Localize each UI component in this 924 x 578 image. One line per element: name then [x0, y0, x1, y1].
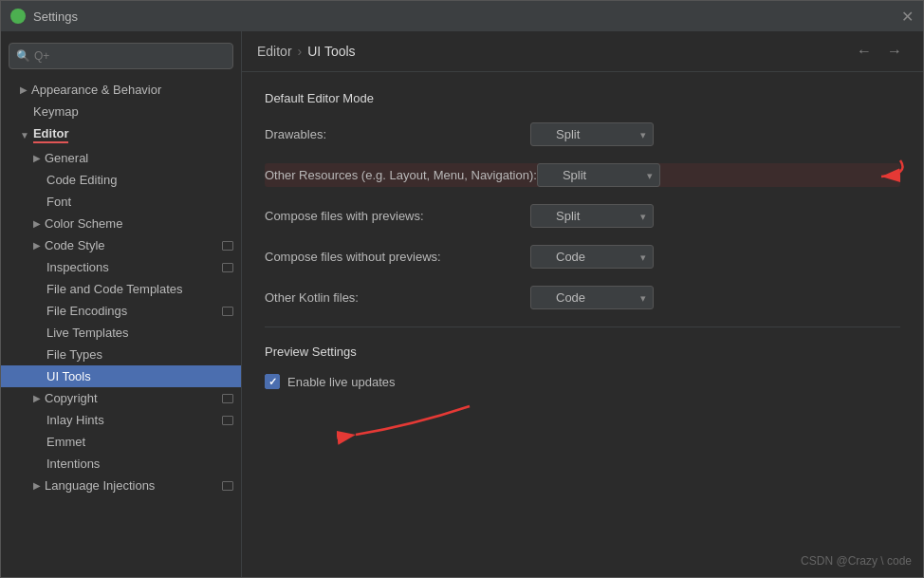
search-input[interactable] [34, 49, 226, 63]
main-panel: Editor › UI Tools ← → Default Editor Mod… [242, 31, 923, 577]
sidebar-item-live-templates[interactable]: Live Templates [1, 322, 241, 344]
select-other-resources[interactable]: Split Code Design [537, 163, 660, 187]
sidebar-item-label: Font [46, 195, 71, 209]
badge-icon [222, 241, 233, 251]
select-wrapper-other-resources: ⊞ Split Code Design [537, 163, 660, 187]
sidebar-item-label: File Types [46, 347, 102, 362]
badge-icon [222, 394, 233, 403]
breadcrumb-separator: › [298, 44, 303, 59]
main-content: 🔍 ▶ Appearance & Behavior Keymap ▼ Edito… [1, 31, 923, 577]
sidebar-item-ui-tools[interactable]: UI Tools [1, 365, 241, 387]
breadcrumb: Editor › UI Tools [257, 44, 356, 59]
chevron-right-icon: ▶ [33, 153, 41, 163]
checkbox-row-live-updates: Enable live updates [265, 374, 900, 389]
preview-section-title: Preview Settings [265, 345, 900, 359]
app-icon [10, 9, 26, 24]
checkbox-label-live-updates: Enable live updates [287, 375, 395, 389]
sidebar-item-code-editing[interactable]: Code Editing [1, 169, 241, 191]
sidebar-item-label: Code Style [45, 238, 105, 252]
setting-row-drawables: Drawables: ⊞ Split Code Design [265, 122, 900, 146]
sidebar-item-label: File and Code Templates [46, 282, 183, 296]
sidebar-item-color-scheme[interactable]: ▶ Color Scheme [1, 213, 241, 234]
sidebar-item-label: Copyright [45, 391, 98, 405]
title-bar: Settings ✕ [1, 1, 923, 31]
badge-icon [222, 263, 233, 272]
sidebar: 🔍 ▶ Appearance & Behavior Keymap ▼ Edito… [1, 31, 242, 577]
chevron-right-icon: ▶ [33, 393, 41, 403]
sidebar-item-label: Editor [33, 126, 69, 143]
select-compose-previews[interactable]: Split Code Design [530, 204, 654, 228]
badge-icon [222, 481, 233, 491]
select-wrapper-compose-no-previews: ≡ Code Split Design [530, 245, 654, 269]
title-bar-left: Settings [10, 9, 78, 24]
sidebar-item-general[interactable]: ▶ General [1, 147, 241, 169]
sidebar-item-label: Emmet [46, 435, 85, 449]
nav-forward-button[interactable]: → [881, 41, 908, 62]
setting-label-kotlin-files: Other Kotlin files: [265, 290, 530, 305]
sidebar-item-appearance[interactable]: ▶ Appearance & Behavior [1, 79, 241, 101]
select-drawables[interactable]: Split Code Design [530, 122, 654, 146]
chevron-right-icon: ▶ [20, 84, 28, 95]
sidebar-item-label: Appearance & Behavior [31, 83, 161, 97]
setting-row-compose-no-previews: Compose files without previews: ≡ Code S… [265, 245, 900, 269]
sidebar-item-emmet[interactable]: Emmet [1, 431, 241, 453]
window-title: Settings [33, 9, 78, 24]
chevron-right-icon: ▶ [33, 240, 41, 251]
setting-label-compose-no-previews: Compose files without previews: [265, 250, 530, 264]
badge-icon [222, 307, 233, 316]
sidebar-item-editor[interactable]: ▼ Editor [1, 122, 241, 147]
sidebar-item-label: Intentions [46, 457, 100, 471]
enable-live-updates-checkbox[interactable] [265, 374, 280, 389]
sidebar-item-label: UI Tools [46, 369, 91, 383]
sidebar-item-label: Language Injections [45, 478, 155, 493]
search-box[interactable]: 🔍 [9, 43, 233, 69]
sidebar-item-keymap[interactable]: Keymap [1, 101, 241, 122]
chevron-right-icon: ▶ [33, 218, 41, 229]
nav-buttons: ← → [851, 41, 908, 62]
settings-content: Default Editor Mode Drawables: ⊞ Split C… [242, 72, 923, 577]
section-divider [265, 326, 900, 327]
setting-label-other-resources: Other Resources (e.g. Layout, Menu, Navi… [265, 168, 537, 182]
sidebar-item-copyright[interactable]: ▶ Copyright [1, 387, 241, 409]
breadcrumb-parent: Editor [257, 44, 292, 59]
setting-row-compose-previews: Compose files with previews: ⊞ Split Cod… [265, 204, 900, 228]
sidebar-item-label: General [45, 151, 88, 165]
search-icon: 🔍 [16, 49, 30, 63]
select-kotlin-files[interactable]: Code Split Design [530, 286, 654, 309]
sidebar-item-code-style[interactable]: ▶ Code Style [1, 234, 241, 256]
sidebar-item-label: Inlay Hints [46, 413, 104, 427]
sidebar-item-file-encodings[interactable]: File Encodings [1, 300, 241, 322]
sidebar-item-inlay-hints[interactable]: Inlay Hints [1, 409, 241, 431]
close-button[interactable]: ✕ [901, 8, 914, 26]
chevron-down-icon: ▼ [20, 130, 29, 140]
sidebar-item-file-code-templates[interactable]: File and Code Templates [1, 278, 241, 300]
sidebar-item-label: Color Scheme [45, 216, 122, 231]
sidebar-item-inspections[interactable]: Inspections [1, 256, 241, 278]
select-wrapper-drawables: ⊞ Split Code Design [530, 122, 654, 146]
select-wrapper-compose-previews: ⊞ Split Code Design [530, 204, 654, 228]
red-arrow-indicator [834, 156, 910, 194]
section-title: Default Editor Mode [265, 91, 900, 105]
sidebar-item-label: Code Editing [46, 173, 117, 187]
sidebar-item-label: Live Templates [46, 326, 128, 340]
red-arrow-sidebar [337, 397, 489, 463]
breadcrumb-current: UI Tools [307, 44, 355, 59]
sidebar-item-file-types[interactable]: File Types [1, 344, 241, 365]
watermark: CSDN @Crazy \ code [801, 554, 912, 568]
sidebar-item-font[interactable]: Font [1, 191, 241, 213]
main-header: Editor › UI Tools ← → [242, 31, 923, 72]
sidebar-item-label: Inspections [46, 260, 109, 274]
setting-row-kotlin-files: Other Kotlin files: ≡ Code Split Design [265, 286, 900, 309]
badge-icon [222, 416, 233, 425]
sidebar-item-label: File Encodings [46, 304, 127, 318]
settings-window: Settings ✕ 🔍 ▶ Appearance & Behavior Key… [0, 0, 924, 578]
nav-back-button[interactable]: ← [851, 41, 878, 62]
select-compose-no-previews[interactable]: Code Split Design [530, 245, 654, 269]
select-wrapper-kotlin-files: ≡ Code Split Design [530, 286, 654, 309]
chevron-right-icon: ▶ [33, 480, 41, 491]
sidebar-item-intentions[interactable]: Intentions [1, 453, 241, 475]
setting-row-other-resources: Other Resources (e.g. Layout, Menu, Navi… [265, 163, 900, 187]
sidebar-item-label: Keymap [33, 104, 79, 119]
sidebar-item-language-injections[interactable]: ▶ Language Injections [1, 475, 241, 496]
setting-label-drawables: Drawables: [265, 127, 530, 141]
